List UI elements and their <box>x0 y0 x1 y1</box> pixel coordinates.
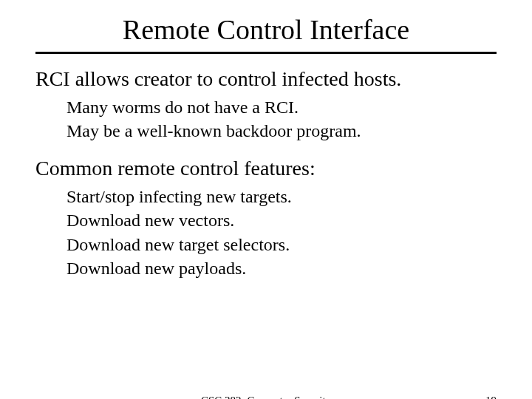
slide-content: RCI allows creator to control infected h… <box>35 67 497 280</box>
list-item: Download new target selectors. <box>66 233 497 256</box>
slide-title: Remote Control Interface <box>0 13 532 46</box>
list-item: May be a well-known backdoor program. <box>66 119 497 143</box>
footer-course: CSC 382: Computer Security <box>201 395 331 399</box>
section-1-heading: RCI allows creator to control infected h… <box>35 67 497 91</box>
list-item: Download new payloads. <box>66 256 497 280</box>
slide: Remote Control Interface RCI allows crea… <box>0 13 532 399</box>
footer-page-number: 19 <box>485 395 497 399</box>
section-2-list: Start/stop infecting new targets. Downlo… <box>66 185 497 281</box>
list-item: Many worms do not have a RCI. <box>66 95 497 119</box>
section-2-heading: Common remote control features: <box>35 157 497 180</box>
section-1-list: Many worms do not have a RCI. May be a w… <box>66 95 497 143</box>
list-item: Start/stop infecting new targets. <box>66 185 497 208</box>
list-item: Download new vectors. <box>66 208 497 232</box>
title-rule <box>35 52 497 54</box>
